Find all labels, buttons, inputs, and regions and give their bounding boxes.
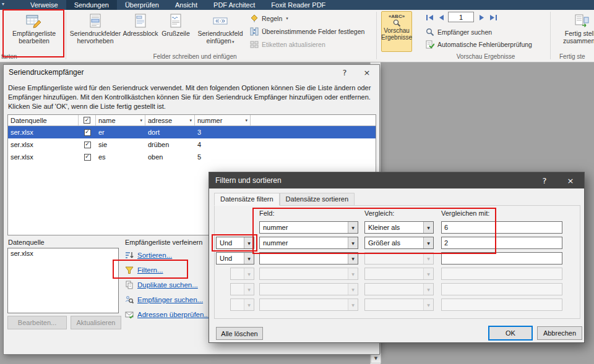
comparison-select-3: ▼ — [364, 252, 434, 265]
tab-ueberpruefen[interactable]: Überprüfen — [117, 0, 167, 10]
previous-record-button[interactable] — [436, 12, 447, 22]
select-all-checkbox[interactable]: ✓ — [84, 117, 90, 124]
field-select-6: ▼ — [259, 298, 358, 311]
edit-recipient-list-button[interactable]: Empfängerliste bearbeiten — [5, 11, 63, 53]
dropdown-arrow-icon: ▾ — [232, 40, 235, 44]
refine-list-label: Empfängerliste verfeinern — [125, 239, 202, 246]
column-filter-dropdown-icon[interactable]: ▾ — [189, 118, 192, 123]
validate-addresses-link[interactable]: Adressen überprüfen... — [137, 311, 210, 318]
close-icon[interactable]: × — [357, 65, 377, 80]
ok-button[interactable]: OK — [489, 326, 532, 340]
compare-value-input-4 — [441, 268, 562, 280]
sort-link[interactable]: Sortieren... — [137, 252, 172, 259]
compare-value-input-6 — [441, 298, 562, 311]
group-label-seriendruck-starten: tarten — [1, 53, 17, 60]
field-select-3[interactable]: ▼ — [259, 252, 358, 265]
sort-icon — [125, 251, 134, 260]
column-header-nummer[interactable]: nummer ▾ — [195, 115, 251, 125]
insert-merge-field-button[interactable]: Seriendruckfeld einfügen▾ — [193, 11, 248, 53]
datasource-list-item[interactable]: ser.xlsx — [11, 250, 116, 257]
cancel-button[interactable]: Abbrechen — [537, 326, 582, 340]
comparison-select-4: ▼ — [364, 268, 434, 280]
condition-select-3[interactable]: Und▼ — [216, 252, 254, 265]
include-checkbox[interactable]: ✓ — [84, 129, 91, 136]
record-number-input[interactable] — [448, 12, 474, 22]
find-duplicates-link[interactable]: Duplikate suchen... — [137, 281, 198, 289]
comparison-select-5: ▼ — [364, 283, 434, 295]
find-recipient-button[interactable]: Empfänger suchen — [426, 26, 492, 38]
match-fields-button[interactable]: Übereinstimmende Felder festlegen — [250, 25, 364, 37]
comparison-select-6: ▼ — [364, 298, 434, 311]
insert-merge-field-icon — [212, 12, 228, 30]
column-filter-dropdown-icon[interactable]: ▾ — [245, 118, 248, 123]
update-labels-button: Etiketten aktualisieren — [250, 38, 325, 50]
edit-button: Bearbeiten... — [7, 316, 67, 329]
next-record-button[interactable] — [476, 12, 488, 22]
find-recipient-link-row: Empfänger suchen... — [125, 292, 210, 307]
compare-value-input-3[interactable] — [441, 252, 562, 265]
compare-value-input-2[interactable] — [441, 237, 562, 249]
match-fields-icon — [250, 27, 259, 36]
auto-check-errors-button[interactable]: Automatische Fehlerüberprüfung — [426, 38, 532, 50]
compare-value-input-1[interactable] — [441, 221, 562, 234]
column-header-name[interactable]: name ▾ — [96, 115, 145, 125]
header-vergleich: Vergleich: — [364, 210, 394, 217]
filter-link[interactable]: Filtern... — [137, 266, 163, 274]
tab-datensaetze-sortieren[interactable]: Datensätze sortieren — [280, 193, 355, 206]
recipients-dialog-title-bar[interactable]: Seriendruckempfänger ? × — [4, 65, 379, 80]
quick-access-dropdown-icon[interactable]: ▾ — [2, 1, 4, 7]
datasource-listbox[interactable]: ser.xlsx — [7, 248, 119, 313]
header-feld: Feld: — [259, 210, 274, 217]
edit-recipient-list-icon — [26, 12, 42, 30]
tab-foxit-reader-pdf[interactable]: Foxit Reader PDF — [263, 0, 334, 10]
field-select-2[interactable]: nummer▼ — [259, 237, 358, 249]
table-row[interactable]: ser.xlsx ✓ es oben 5 — [8, 151, 376, 163]
auto-check-errors-icon — [426, 40, 434, 49]
help-button[interactable]: ? — [335, 65, 355, 80]
filter-dialog-title-bar[interactable]: Filtern und sortieren ? × — [209, 172, 584, 188]
tab-verweise[interactable]: Verweise — [22, 0, 66, 10]
validate-addresses-icon — [125, 310, 134, 319]
table-row[interactable]: ser.xlsx ✓ sie drüben 4 — [8, 138, 376, 151]
first-record-button[interactable] — [424, 12, 436, 22]
condition-select-5: ▼ — [230, 283, 254, 295]
preview-magnifier-icon — [392, 19, 401, 27]
include-checkbox[interactable]: ✓ — [84, 154, 91, 161]
condition-select-2[interactable]: Und▼ — [216, 237, 254, 249]
comparison-select-1[interactable]: Kleiner als▼ — [364, 221, 434, 234]
table-row[interactable]: ser.xlsx ✓ er dort 3 — [8, 126, 376, 138]
column-filter-dropdown-icon[interactable]: ▾ — [140, 118, 142, 123]
help-button[interactable]: ? — [535, 172, 554, 188]
preview-results-toggle[interactable]: «ABC» Vorschau Ergebnisse — [381, 11, 412, 52]
group-label-vorschau-ergebnisse: Vorschau Ergebnisse — [405, 53, 566, 60]
rules-icon — [250, 14, 259, 23]
recipients-table-header: Datenquelle ✓ name ▾ adresse ▾ nummer ▾ — [8, 115, 376, 126]
validate-addresses-link-row: Adressen überprüfen... — [125, 307, 210, 322]
find-recipient-icon — [125, 295, 134, 304]
duplicates-icon — [125, 281, 134, 289]
tab-datensaetze-filtern[interactable]: Datensätze filtern — [214, 193, 280, 206]
rules-button[interactable]: Regeln ▾ — [250, 12, 288, 24]
greeting-line-button[interactable]: Grußzeile — [160, 11, 192, 53]
field-select-1[interactable]: nummer▼ — [259, 221, 358, 234]
scroll-down-icon: ▼ — [374, 356, 377, 361]
tab-ansicht[interactable]: Ansicht — [167, 0, 205, 10]
column-header-adresse[interactable]: adresse ▾ — [145, 115, 195, 125]
address-block-button[interactable]: Adressblock — [123, 11, 158, 53]
column-header-include-checkbox[interactable]: ✓ — [79, 115, 96, 125]
word-window: ▾ Verweise Sendungen Überprüfen Ansicht … — [0, 0, 594, 364]
finish-merge-button[interactable]: Fertig stelle zusammenfü — [558, 11, 594, 53]
close-icon[interactable]: × — [561, 172, 580, 188]
find-recipient-link[interactable]: Empfänger suchen... — [137, 296, 203, 303]
comparison-select-2[interactable]: Größer als▼ — [364, 237, 434, 249]
column-header-filler — [251, 115, 376, 125]
ribbon-tab-bar: ▾ Verweise Sendungen Überprüfen Ansicht … — [0, 0, 594, 10]
last-record-button[interactable] — [488, 12, 499, 22]
group-separator — [376, 12, 377, 59]
tab-sendungen[interactable]: Sendungen — [66, 0, 117, 10]
highlight-merge-fields-button[interactable]: Seriendruckfelder hervorheben — [69, 11, 121, 53]
include-checkbox[interactable]: ✓ — [84, 142, 91, 148]
tab-pdf-architect[interactable]: PDF Architect — [205, 0, 263, 10]
column-header-datenquelle[interactable]: Datenquelle — [8, 115, 79, 125]
clear-all-button[interactable]: Alle löschen — [216, 327, 263, 340]
